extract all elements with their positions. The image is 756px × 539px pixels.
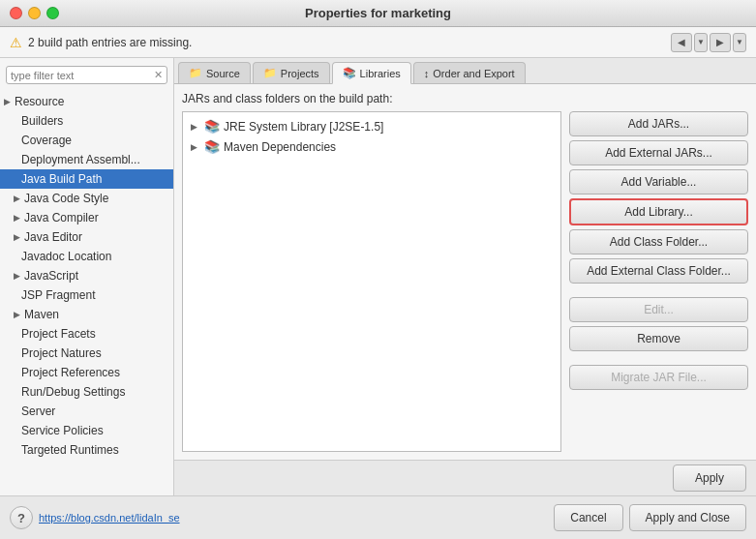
sidebar-item-label: Coverage <box>21 134 72 147</box>
tree-item-jre[interactable]: ▶ 📚 JRE System Library [J2SE-1.5] <box>187 116 557 136</box>
sidebar-item-java-code-style[interactable]: ▶ Java Code Style <box>0 189 173 208</box>
sidebar-item-java-editor[interactable]: ▶ Java Editor <box>0 227 173 247</box>
warning-text: 2 build path entries are missing. <box>28 36 192 49</box>
back-dropdown[interactable]: ▼ <box>694 33 708 52</box>
source-tab-icon: 📁 <box>189 67 202 79</box>
sidebar-filter-input[interactable] <box>11 70 154 81</box>
sidebar-item-label: Maven <box>24 308 59 321</box>
title-bar: Properties for marketing <box>0 0 756 27</box>
sidebar: ✕ ▶ Resource Builders Coverage Deploymen… <box>0 58 174 495</box>
apply-button[interactable]: Apply <box>673 464 746 492</box>
sidebar-item-label: Java Build Path <box>21 172 102 186</box>
arrow-icon: ▶ <box>14 310 20 319</box>
sidebar-item-targeted-runtimes[interactable]: Targeted Runtimes <box>0 440 173 460</box>
warning-bar: ⚠ 2 build path entries are missing. ◀ ▼ … <box>0 27 756 58</box>
order-export-tab-icon: ↕ <box>424 68 430 79</box>
sidebar-item-label: Project References <box>21 366 120 379</box>
sidebar-item-maven[interactable]: ▶ Maven <box>0 305 173 324</box>
sidebar-item-project-references[interactable]: Project References <box>0 363 173 382</box>
maven-icon: 📚 <box>204 139 220 154</box>
sidebar-item-label: Server <box>21 404 55 418</box>
edit-button[interactable]: Edit... <box>569 297 748 322</box>
sidebar-item-project-natures[interactable]: Project Natures <box>0 344 173 363</box>
tree-item-jre-label: JRE System Library [J2SE-1.5] <box>224 120 383 134</box>
sidebar-item-server[interactable]: Server <box>0 402 173 421</box>
window-controls <box>10 7 59 19</box>
clear-filter-icon[interactable]: ✕ <box>154 69 163 81</box>
sidebar-item-label: Run/Debug Settings <box>21 385 125 399</box>
tab-source[interactable]: 📁 Source <box>178 62 251 83</box>
arrow-icon: ▶ <box>4 97 11 106</box>
sidebar-item-deployment-assembly[interactable]: Deployment Assembl... <box>0 150 173 169</box>
arrow-icon: ▶ <box>14 213 20 223</box>
close-button[interactable] <box>10 7 22 19</box>
tab-libraries[interactable]: 📚 Libraries <box>332 62 411 84</box>
arrow-icon: ▶ <box>14 232 20 242</box>
panel-content: JARs and class folders on the build path… <box>174 84 756 460</box>
sidebar-item-coverage[interactable]: Coverage <box>0 131 173 150</box>
sidebar-item-label: Service Policies <box>21 424 104 437</box>
bottom-bar: ? https://blog.csdn.net/lidaIn_se Cancel… <box>0 495 756 539</box>
sidebar-item-label: Project Facets <box>21 327 96 341</box>
tree-item-maven[interactable]: ▶ 📚 Maven Dependencies <box>187 136 557 157</box>
jre-icon: 📚 <box>204 119 220 134</box>
bottom-right: Cancel Apply and Close <box>554 504 746 531</box>
add-variable-button[interactable]: Add Variable... <box>569 169 748 195</box>
migrate-jar-file-button[interactable]: Migrate JAR File... <box>569 365 748 390</box>
add-external-jars-button[interactable]: Add External JARs... <box>569 140 748 165</box>
sidebar-item-run-debug-settings[interactable]: Run/Debug Settings <box>0 382 173 402</box>
tab-projects[interactable]: 📁 Projects <box>253 62 330 83</box>
sidebar-item-java-compiler[interactable]: ▶ Java Compiler <box>0 208 173 227</box>
maximize-button[interactable] <box>46 7 59 19</box>
libraries-tab-label: Libraries <box>360 68 401 79</box>
libraries-tab-icon: 📚 <box>343 67 356 79</box>
window-title: Properties for marketing <box>305 6 451 20</box>
apply-and-close-button[interactable]: Apply and Close <box>629 504 746 531</box>
arrow-icon: ▶ <box>14 271 20 281</box>
right-buttons: Add JARs... Add External JARs... Add Var… <box>569 111 748 452</box>
arrow-icon: ▶ <box>14 194 20 203</box>
add-external-class-folder-button[interactable]: Add External Class Folder... <box>569 258 748 284</box>
tree-list[interactable]: ▶ 📚 JRE System Library [J2SE-1.5] ▶ 📚 Ma… <box>182 111 561 452</box>
tab-order-export[interactable]: ↕ Order and Export <box>413 62 526 83</box>
bottom-link[interactable]: https://blog.csdn.net/lidaIn_se <box>39 512 180 524</box>
source-tab-label: Source <box>206 68 240 79</box>
help-button[interactable]: ? <box>10 506 33 529</box>
minimize-button[interactable] <box>28 7 41 19</box>
projects-tab-label: Projects <box>281 68 319 79</box>
add-jars-button[interactable]: Add JARs... <box>569 111 748 136</box>
sidebar-item-label: JavaScript <box>24 269 78 283</box>
main-panel: 📁 Source 📁 Projects 📚 Libraries ↕ Order … <box>174 58 756 495</box>
sidebar-item-resource[interactable]: ▶ Resource <box>0 92 173 111</box>
tree-arrow-icon: ▶ <box>191 122 200 132</box>
add-library-button[interactable]: Add Library... <box>569 198 748 225</box>
sidebar-item-java-build-path[interactable]: Java Build Path <box>0 169 173 189</box>
remove-button[interactable]: Remove <box>569 326 748 351</box>
panel-main: ▶ 📚 JRE System Library [J2SE-1.5] ▶ 📚 Ma… <box>182 111 748 452</box>
sidebar-item-service-policies[interactable]: Service Policies <box>0 421 173 440</box>
sidebar-item-label: Builders <box>21 114 63 128</box>
cancel-button[interactable]: Cancel <box>554 504 622 531</box>
forward-arrow[interactable]: ▶ <box>710 33 731 52</box>
tree-item-maven-label: Maven Dependencies <box>224 140 336 154</box>
sidebar-item-project-facets[interactable]: Project Facets <box>0 324 173 344</box>
sidebar-item-builders[interactable]: Builders <box>0 111 173 131</box>
tree-arrow-icon: ▶ <box>191 142 200 152</box>
sidebar-item-javascript[interactable]: ▶ JavaScript <box>0 266 173 285</box>
apply-row: Apply <box>174 460 756 495</box>
back-arrow[interactable]: ◀ <box>671 33 692 52</box>
sidebar-item-javadoc-location[interactable]: Javadoc Location <box>0 247 173 266</box>
sidebar-item-label: Deployment Assembl... <box>21 153 140 166</box>
order-export-tab-label: Order and Export <box>433 68 514 79</box>
add-class-folder-button[interactable]: Add Class Folder... <box>569 229 748 255</box>
sidebar-item-label: Targeted Runtimes <box>21 443 119 457</box>
sidebar-item-label: Java Compiler <box>24 211 99 225</box>
forward-dropdown[interactable]: ▼ <box>733 33 746 52</box>
tab-bar: 📁 Source 📁 Projects 📚 Libraries ↕ Order … <box>174 58 756 84</box>
bottom-left: ? https://blog.csdn.net/lidaIn_se <box>10 506 180 529</box>
sidebar-item-jsp-fragment[interactable]: JSP Fragment <box>0 285 173 305</box>
panel-label: JARs and class folders on the build path… <box>182 92 748 105</box>
warning-icon: ⚠ <box>10 35 22 50</box>
sidebar-item-label: Resource <box>15 95 64 108</box>
sidebar-item-label: Project Natures <box>21 346 102 360</box>
